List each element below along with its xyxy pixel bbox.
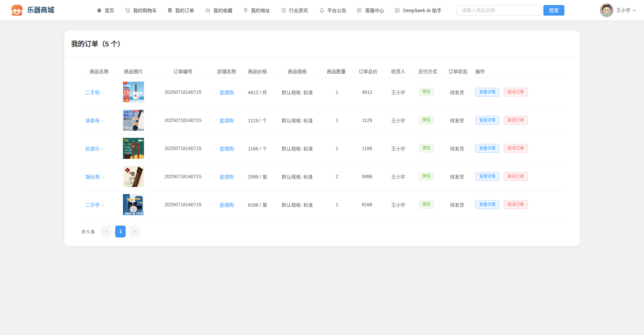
- svg-text:工厂直销: 工厂直销: [124, 91, 130, 94]
- svg-text:匠心传承: 匠心传承: [123, 143, 131, 146]
- svg-text:无需麦克2m内收音: 无需麦克2m内收音: [124, 124, 135, 125]
- svg-text:震撼上市: 震撼上市: [123, 113, 135, 117]
- svg-text:初学练习: 初学练习: [124, 146, 132, 149]
- svg-text:自带音箱干电池: 自带音箱干电池: [124, 121, 133, 123]
- svg-text:匠: 匠: [126, 169, 128, 171]
- svg-text:全新产品: 全新产品: [123, 110, 135, 114]
- svg-text:非遗: 非遗: [124, 139, 129, 142]
- svg-text:不同凡响: 不同凡响: [124, 126, 133, 129]
- svg-text:丝黑: 丝黑: [129, 176, 136, 180]
- svg-text:银: 银: [131, 171, 135, 176]
- svg-text:考级架子鼓 五年保修: 考级架子鼓 五年保修: [124, 212, 144, 215]
- svg-text:一小时轻松演奏: 一小时轻松演奏: [124, 118, 135, 120]
- svg-text:ABS管身: ABS管身: [124, 151, 132, 154]
- svg-text:演奏考级: 演奏考级: [124, 149, 132, 151]
